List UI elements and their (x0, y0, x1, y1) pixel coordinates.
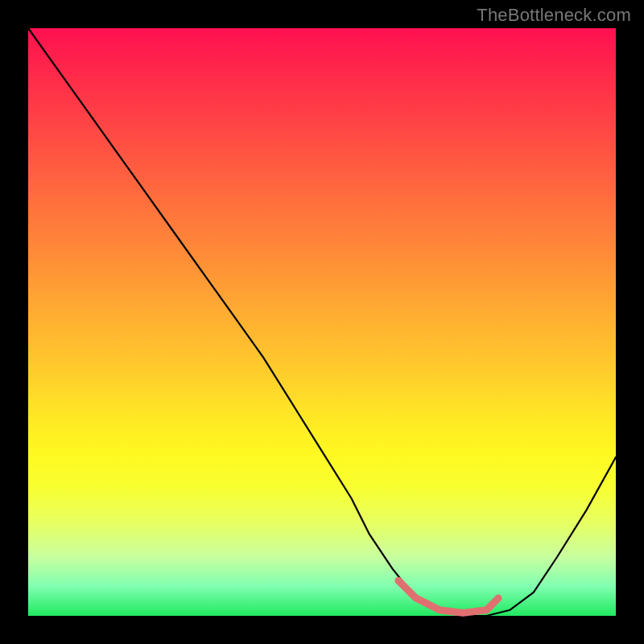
bottleneck-curve-path (28, 28, 616, 616)
optimal-range-path (398, 580, 498, 613)
chart-frame: TheBottleneck.com (0, 0, 644, 644)
curve-svg (28, 28, 616, 616)
watermark-text: TheBottleneck.com (477, 5, 631, 26)
plot-area (28, 28, 616, 616)
